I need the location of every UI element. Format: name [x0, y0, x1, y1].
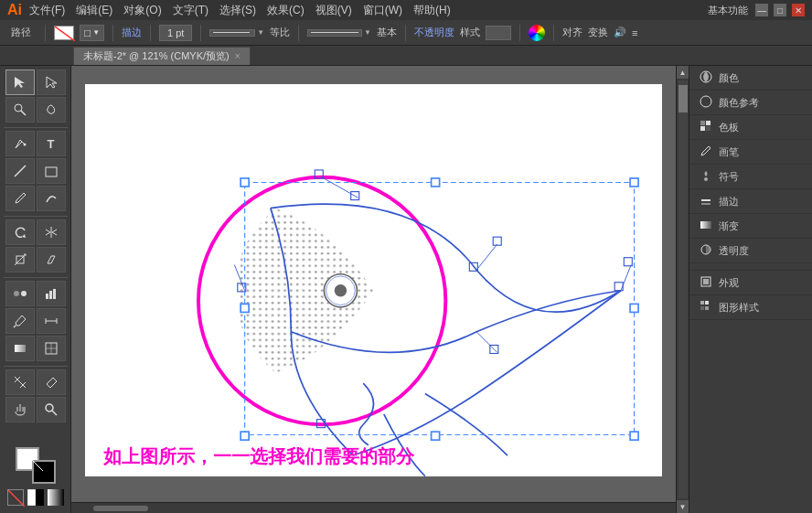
panel-stroke[interactable]: 描边 [689, 189, 812, 214]
menu-effect[interactable]: 效果(C) [267, 3, 304, 18]
panel-swatches[interactable]: 色板 [689, 115, 812, 140]
hand-tool[interactable] [5, 397, 35, 422]
scroll-track[interactable] [678, 80, 688, 498]
magic-wand-tool[interactable] [5, 97, 35, 123]
scroll-up-arrow[interactable]: ▲ [677, 66, 689, 79]
panel-color-ref-label: 颜色参考 [719, 96, 759, 110]
menu-select[interactable]: 选择(S) [219, 3, 256, 18]
select-tool[interactable] [5, 69, 35, 95]
panel-brushes-label: 画笔 [719, 145, 739, 159]
scale-tool[interactable] [5, 247, 35, 273]
brushes-icon [699, 144, 713, 159]
shape-tool[interactable] [37, 158, 66, 184]
panel-symbols-label: 符号 [719, 170, 739, 184]
h-scrollbar[interactable] [71, 502, 676, 513]
dash-style-1[interactable]: ▼ [209, 28, 264, 37]
menu-window[interactable]: 窗口(W) [363, 3, 402, 18]
document-tab[interactable]: 未标题-2* @ 121% (CMYK/预览) × [73, 47, 251, 65]
panel-appearance[interactable]: 外观 [689, 271, 812, 295]
column-graph-tool[interactable] [37, 281, 66, 306]
pencil-tool[interactable] [5, 186, 35, 211]
stroke-color-swatch[interactable] [32, 460, 56, 484]
tab-close-button[interactable]: × [235, 51, 240, 61]
menu-file[interactable]: 文件(F) [29, 3, 65, 18]
title-bar: Ai 文件(F) 编辑(E) 对象(O) 文字(T) 选择(S) 效果(C) 视… [0, 0, 812, 20]
svg-point-42 [335, 284, 347, 297]
stroke-width-input[interactable] [159, 25, 192, 41]
measure-tool[interactable] [37, 308, 66, 334]
black-white-icon[interactable] [27, 489, 44, 506]
dash-style-2[interactable]: ▼ [307, 28, 371, 37]
menu-edit[interactable]: 编辑(E) [76, 3, 112, 18]
menu-bar[interactable]: 文件(F) 编辑(E) 对象(O) 文字(T) 选择(S) 效果(C) 视图(V… [29, 3, 708, 18]
more-options-icon[interactable]: 🔊 [614, 27, 626, 38]
eraser-tool[interactable] [37, 369, 66, 395]
svg-rect-52 [432, 178, 440, 187]
type-tool[interactable]: T [37, 131, 66, 156]
menu-type[interactable]: 文字(T) [173, 3, 208, 18]
svg-line-24 [8, 490, 25, 507]
panel-color[interactable]: 颜色 [689, 66, 812, 91]
panel-graphic-styles-label: 图形样式 [719, 301, 759, 315]
close-button[interactable]: ✕ [792, 4, 805, 16]
menu-object[interactable]: 对象(O) [123, 3, 161, 18]
tool-row-11 [2, 369, 69, 395]
svg-rect-48 [240, 178, 249, 187]
artboard-container: 如上图所示，一一选择我们需要的部分 [85, 84, 662, 476]
shear-tool[interactable] [37, 247, 66, 273]
vertical-scrollbar[interactable]: ▲ ▼ [676, 66, 689, 513]
svg-point-21 [46, 404, 53, 411]
eyedropper-tool[interactable] [5, 308, 35, 334]
scroll-thumb[interactable] [678, 85, 688, 112]
gradient-icon [699, 219, 713, 233]
scroll-down-arrow[interactable]: ▼ [677, 500, 689, 513]
tool-row-1 [2, 69, 69, 95]
gradient-tool[interactable] [5, 336, 35, 361]
smooth-tool[interactable] [37, 186, 66, 211]
blend-tool[interactable] [5, 281, 35, 306]
window-controls[interactable]: — □ ✕ [755, 4, 805, 16]
style-selector[interactable] [486, 26, 511, 40]
direct-select-tool[interactable] [37, 69, 66, 95]
svg-rect-54 [240, 304, 249, 312]
gradient-swatch-icon[interactable] [48, 489, 64, 506]
line-tool[interactable] [5, 158, 35, 184]
svg-rect-59 [706, 121, 710, 125]
mesh-tool[interactable] [37, 336, 66, 361]
color-wheel-icon[interactable] [529, 25, 545, 41]
stroke-mode-label: 描边 [122, 26, 142, 39]
panel-symbols[interactable]: 符号 [689, 165, 812, 189]
menu-view[interactable]: 视图(V) [315, 3, 352, 18]
lasso-tool[interactable] [37, 97, 66, 123]
svg-point-57 [700, 96, 711, 107]
tool-sep-2 [4, 216, 68, 217]
tool-row-10 [2, 336, 69, 361]
svg-line-4 [15, 166, 26, 176]
svg-rect-50 [240, 432, 249, 440]
tool-row-4 [2, 158, 69, 184]
panel-transparency[interactable]: 透明度 [689, 239, 812, 263]
panel-gradient[interactable]: 渐变 [689, 214, 812, 239]
zoom-tool[interactable] [37, 397, 66, 422]
sep8 [553, 25, 554, 41]
stroke-color-box[interactable] [54, 26, 74, 40]
panel-toggle-icon[interactable]: ≡ [632, 27, 637, 38]
panel-color-ref[interactable]: 颜色参考 [689, 91, 812, 115]
line-style-label: 等比 [270, 26, 290, 39]
svg-rect-25 [27, 489, 36, 506]
shape-selector[interactable]: □ ▼ [80, 25, 104, 41]
menu-help[interactable]: 帮助(H) [413, 3, 451, 18]
rotate-tool[interactable] [5, 219, 35, 245]
panel-graphic-styles[interactable]: 图形样式 [689, 295, 812, 320]
panel-transparency-label: 透明度 [719, 244, 749, 258]
panel-brushes[interactable]: 画笔 [689, 140, 812, 165]
none-icon[interactable] [7, 489, 24, 506]
dash-style-label: 基本 [377, 26, 397, 39]
minimize-button[interactable]: — [755, 4, 768, 16]
slice-tool[interactable] [5, 369, 35, 395]
pen-tool[interactable] [5, 131, 35, 156]
reflect-tool[interactable] [37, 219, 66, 245]
canvas-scroll[interactable]: 如上图所示，一一选择我们需要的部分 [71, 66, 676, 513]
maximize-button[interactable]: □ [774, 4, 786, 16]
transform-label: 变换 [588, 26, 608, 39]
